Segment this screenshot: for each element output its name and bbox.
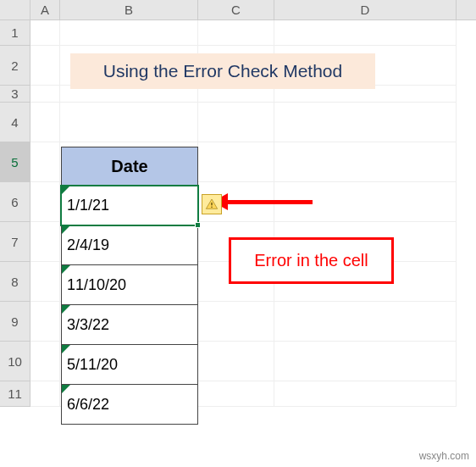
row-header-7[interactable]: 7: [0, 222, 30, 262]
row-header-9[interactable]: 9: [0, 302, 30, 342]
cell[interactable]: [30, 381, 60, 407]
cell[interactable]: [30, 342, 60, 381]
error-marker-icon: [62, 345, 70, 353]
cell[interactable]: [198, 302, 274, 342]
svg-rect-0: [211, 203, 212, 205]
cell[interactable]: [30, 262, 60, 302]
column-headers-row: A B C D: [0, 0, 476, 20]
row-header-5[interactable]: 5: [0, 142, 30, 182]
cell[interactable]: [30, 142, 60, 182]
error-marker-icon: [62, 265, 70, 274]
error-marker-icon: [62, 385, 70, 393]
cell[interactable]: [198, 342, 274, 381]
cell[interactable]: [60, 20, 198, 46]
cell[interactable]: [30, 222, 60, 262]
cell[interactable]: [274, 103, 457, 142]
table-row[interactable]: 1/1/21: [61, 186, 198, 225]
cell-value: 3/3/22: [67, 316, 109, 334]
table-body: 1/1/21 2/4/19 11/10/20 3/3/22 5/11/20 6/…: [61, 186, 198, 425]
page-title: Using the Error Check Method: [70, 53, 375, 89]
cell[interactable]: [274, 20, 457, 46]
cell[interactable]: [30, 182, 60, 222]
cell[interactable]: [198, 381, 274, 407]
error-marker-icon: [62, 186, 70, 194]
col-header-b[interactable]: B: [60, 0, 198, 19]
row-header-10[interactable]: 10: [0, 342, 30, 381]
error-check-button[interactable]: [202, 194, 222, 214]
cell[interactable]: [198, 20, 274, 46]
cell[interactable]: [198, 142, 274, 182]
row-header-8[interactable]: 8: [0, 262, 30, 302]
svg-rect-1: [211, 207, 212, 208]
annotation-arrow: [224, 200, 313, 204]
warning-icon: [205, 197, 219, 211]
error-marker-icon: [62, 225, 70, 234]
cell[interactable]: [198, 103, 274, 142]
table-row[interactable]: 2/4/19: [61, 225, 198, 265]
row-header-2[interactable]: 2: [0, 46, 30, 86]
row-header-11[interactable]: 11: [0, 381, 30, 407]
row-header-6[interactable]: 6: [0, 182, 30, 222]
col-header-a[interactable]: A: [30, 0, 60, 19]
cell[interactable]: [30, 86, 60, 103]
row-header-4[interactable]: 4: [0, 103, 30, 142]
table-row[interactable]: 5/11/20: [61, 345, 198, 385]
table-row[interactable]: 11/10/20: [61, 265, 198, 305]
select-all-corner[interactable]: [0, 0, 30, 20]
cell[interactable]: [30, 20, 60, 46]
fill-handle[interactable]: [195, 222, 201, 228]
cell-value: 2/4/19: [67, 236, 109, 254]
cell-value: 6/6/22: [67, 396, 109, 414]
table-header-date[interactable]: Date: [61, 147, 198, 186]
row-header-1[interactable]: 1: [0, 20, 30, 46]
cell[interactable]: [30, 302, 60, 342]
annotation-callout: Error in the cell: [229, 237, 394, 284]
cell[interactable]: [30, 46, 60, 86]
cell[interactable]: [274, 302, 457, 342]
col-header-d[interactable]: D: [274, 0, 457, 19]
table-row[interactable]: 3/3/22: [61, 305, 198, 345]
error-marker-icon: [62, 305, 70, 314]
cell[interactable]: [30, 103, 60, 142]
cell[interactable]: [274, 142, 457, 182]
watermark: wsxyh.com: [419, 450, 469, 462]
cell[interactable]: [274, 342, 457, 381]
cell-value: 11/10/20: [67, 276, 126, 294]
arrow-line: [224, 200, 313, 204]
table-row[interactable]: 6/6/22: [61, 385, 198, 425]
cell-value: 1/1/21: [67, 197, 109, 214]
row-header-3[interactable]: 3: [0, 86, 30, 103]
col-header-c[interactable]: C: [198, 0, 274, 19]
cell[interactable]: [60, 103, 198, 142]
cell[interactable]: [274, 381, 457, 407]
cell-value: 5/11/20: [67, 356, 118, 374]
